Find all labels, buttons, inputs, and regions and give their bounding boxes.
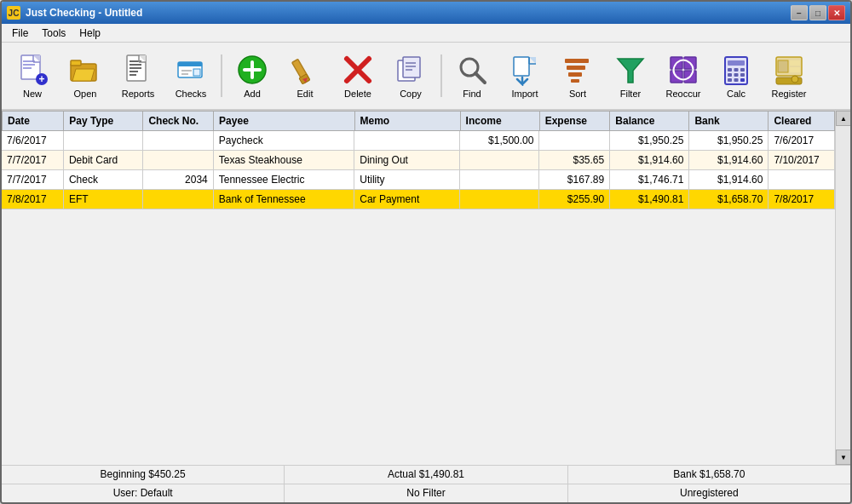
open-icon xyxy=(68,53,102,87)
maximize-button[interactable]: □ xyxy=(809,5,826,20)
reports-icon xyxy=(121,53,155,87)
import-button[interactable]: Import xyxy=(499,47,550,105)
cell-income xyxy=(460,151,539,170)
edit-label: Edit xyxy=(297,89,314,99)
cell-payee: Paycheck xyxy=(213,131,354,151)
title-bar: JC Just Checking - Untitled − □ ✕ xyxy=(2,2,850,24)
edit-button[interactable]: Edit xyxy=(279,47,331,105)
checks-label: Checks xyxy=(176,89,207,99)
window-controls: − □ ✕ xyxy=(791,5,845,20)
copy-icon xyxy=(394,53,428,87)
find-button[interactable]: Find xyxy=(446,47,498,105)
cell-paytype xyxy=(63,131,142,151)
col-header-bank: Bank xyxy=(689,112,769,131)
cell-expense xyxy=(539,131,610,151)
cell-expense: $35.65 xyxy=(539,151,610,170)
transaction-table-body[interactable]: 7/6/2017Paycheck$1,500.00$1,950.25$1,950… xyxy=(2,131,835,465)
svg-point-69 xyxy=(792,76,798,83)
delete-icon xyxy=(341,53,375,87)
svg-rect-14 xyxy=(130,67,141,69)
col-header-payee: Payee xyxy=(214,112,354,131)
edit-icon xyxy=(288,53,322,87)
cell-bank: $1,914.60 xyxy=(689,170,769,190)
svg-rect-59 xyxy=(734,73,739,77)
scroll-up-button[interactable]: ▲ xyxy=(836,111,850,126)
import-label: Import xyxy=(511,89,538,99)
add-button[interactable]: Add xyxy=(227,47,278,105)
checks-icon xyxy=(174,53,208,87)
title-bar-left: JC Just Checking - Untitled xyxy=(7,6,142,20)
svg-rect-47 xyxy=(571,79,579,83)
svg-rect-35 xyxy=(406,62,416,64)
table-row[interactable]: 7/7/2017Check2034Tennessee ElectricUtili… xyxy=(2,170,835,190)
col-header-date: Date xyxy=(3,112,64,131)
app-icon: JC xyxy=(7,6,20,20)
col-header-checkno: Check No. xyxy=(143,112,214,131)
register-button[interactable]: Register xyxy=(763,47,815,105)
svg-rect-16 xyxy=(130,74,136,76)
reoccur-icon xyxy=(666,53,700,87)
svg-rect-15 xyxy=(130,71,138,72)
cell-paytype: Debit Card xyxy=(63,151,142,170)
cell-memo: Car Payment xyxy=(354,190,460,209)
filter-button[interactable]: Filter xyxy=(605,47,656,105)
minimize-button[interactable]: − xyxy=(791,5,808,20)
svg-rect-63 xyxy=(740,78,745,82)
content-area: Date Pay Type Check No. Payee Memo Incom… xyxy=(2,111,850,465)
svg-rect-10 xyxy=(71,60,81,66)
copy-label: Copy xyxy=(400,89,422,99)
menu-help[interactable]: Help xyxy=(72,26,107,41)
calc-icon xyxy=(719,53,753,87)
scroll-down-button[interactable]: ▼ xyxy=(836,450,850,465)
cell-payee: Texas Steakhouse xyxy=(213,151,354,170)
status-registered: Unregistered xyxy=(568,484,850,502)
cell-balance: $1,490.81 xyxy=(610,190,689,209)
copy-button[interactable]: Copy xyxy=(385,47,436,105)
table-row[interactable]: 7/8/2017EFTBank of TennesseeCar Payment$… xyxy=(2,190,835,209)
cell-memo xyxy=(354,131,460,151)
reports-button[interactable]: Reports xyxy=(112,47,164,105)
col-header-cleared: Cleared xyxy=(769,112,835,131)
new-button[interactable]: + New xyxy=(7,47,58,105)
calc-button[interactable]: Calc xyxy=(711,47,762,105)
cell-bank: $1,950.25 xyxy=(689,131,769,151)
table-row[interactable]: 7/6/2017Paycheck$1,500.00$1,950.25$1,950… xyxy=(2,131,835,151)
col-header-memo: Memo xyxy=(354,112,460,131)
import-icon xyxy=(508,53,542,87)
table-header: Date Pay Type Check No. Payee Memo Incom… xyxy=(2,111,835,131)
add-icon xyxy=(235,53,269,87)
cell-bank: $1,914.60 xyxy=(689,151,769,170)
status-beginning: Beginning $450.25 xyxy=(2,466,285,484)
svg-rect-37 xyxy=(406,69,412,71)
cell-bank: $1,658.70 xyxy=(689,190,769,209)
menu-file[interactable]: File xyxy=(5,26,35,41)
menu-tools[interactable]: Tools xyxy=(35,26,72,41)
open-button[interactable]: Open xyxy=(60,47,111,105)
cell-expense: $167.89 xyxy=(539,170,610,190)
svg-line-39 xyxy=(475,73,485,83)
cell-balance: $1,746.71 xyxy=(610,170,689,190)
reoccur-button[interactable]: Reoccur xyxy=(658,47,709,105)
close-button[interactable]: ✕ xyxy=(828,5,845,20)
sort-icon xyxy=(561,53,595,87)
cell-checkno xyxy=(143,190,214,209)
menu-bar: File Tools Help xyxy=(2,24,850,43)
sort-button[interactable]: Sort xyxy=(552,47,603,105)
svg-marker-41 xyxy=(529,57,536,64)
main-window: JC Just Checking - Untitled − □ ✕ File T… xyxy=(0,0,852,504)
status-bar: Beginning $450.25 Actual $1,490.81 Bank … xyxy=(2,465,850,502)
status-row-2: User: Default No Filter Unregistered xyxy=(2,484,850,502)
table-row[interactable]: 7/7/2017Debit CardTexas SteakhouseDining… xyxy=(2,151,835,170)
cell-balance: $1,914.60 xyxy=(610,151,689,170)
svg-rect-58 xyxy=(728,73,732,77)
delete-button[interactable]: Delete xyxy=(332,47,383,105)
toolbar: + New Open xyxy=(2,43,850,111)
checks-button[interactable]: Checks xyxy=(165,47,216,105)
scroll-track[interactable] xyxy=(836,126,850,450)
open-label: Open xyxy=(74,89,97,99)
svg-rect-40 xyxy=(514,57,529,76)
svg-rect-55 xyxy=(728,68,732,72)
cell-cleared: 7/10/2017 xyxy=(769,151,835,170)
filter-label: Filter xyxy=(620,89,641,99)
transaction-table-container: Date Pay Type Check No. Payee Memo Incom… xyxy=(2,111,835,465)
